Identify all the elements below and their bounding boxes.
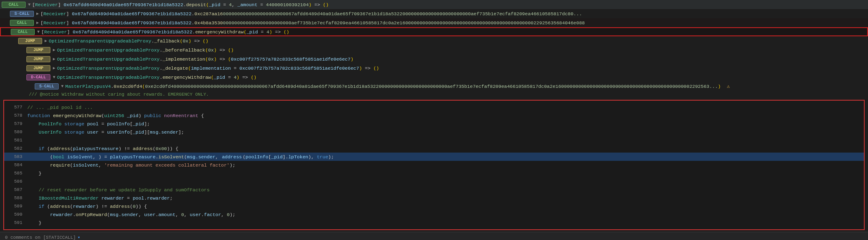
line-number: 578 xyxy=(7,113,22,118)
line-number: 587 xyxy=(7,187,22,192)
trace-row[interactable]: CALL ▼ [Receiver] 0x67afdd6489d40a01dae6… xyxy=(0,0,868,9)
trace-content: [Receiver] 0x67afdd6489d40a01dae65f70936… xyxy=(40,20,868,26)
code-text: PoolInfo storage pool = poolInfo[_pid]; xyxy=(27,121,150,127)
code-line: 591 } xyxy=(4,219,864,227)
trace-row[interactable]: S·CALL ▼ MasterPlatypusV4.0xe2cd0fd4(0xe… xyxy=(0,82,868,91)
trace-content: OptimizedTransparentUpgradeableProxy._de… xyxy=(57,66,868,71)
line-number: 580 xyxy=(7,129,22,134)
code-line: 579 PoolInfo storage pool = poolInfo[_pi… xyxy=(4,120,864,128)
comment-bar[interactable]: 0 comments on [STATICCALL] ▾ xyxy=(0,232,868,240)
badge-call: CALL xyxy=(11,29,35,35)
code-line: 588 IBoostedMultiRewarder rewarder = poo… xyxy=(4,194,864,202)
trace-content: OptimizedTransparentUpgradeableProxy._im… xyxy=(57,56,868,62)
trace-content: MasterPlatypusV4.0xe2cd0fd4(0xe2cd0fd400… xyxy=(65,83,868,89)
code-text xyxy=(27,179,30,184)
line-number: 590 xyxy=(7,212,22,217)
trace-row[interactable]: S·CALL ▶ [Receiver] 0x67afdd6489d40a01da… xyxy=(0,9,868,18)
code-line: 587 // reset rewarder before we update l… xyxy=(4,186,864,194)
comment-chevron[interactable]: ▾ xyxy=(78,235,81,240)
expand-icon[interactable]: ▶ xyxy=(53,56,55,61)
expand-icon[interactable]: ▶ xyxy=(53,66,55,71)
line-number: 591 xyxy=(7,220,22,225)
code-text: UserInfo storage user = userInfo[_pid][m… xyxy=(27,129,184,135)
trace-row[interactable]: D-CALL ▼ OptimizedTransparentUpgradeable… xyxy=(0,73,868,82)
code-text: } xyxy=(27,171,42,176)
expand-icon[interactable]: ▼ xyxy=(28,2,31,7)
trace-row-emergency[interactable]: CALL ▼ [Receiver] 0x67afdd6489d40a01dae6… xyxy=(0,27,868,36)
badge-jump: JUMP xyxy=(26,47,50,53)
trace-content: [Receiver] 0x67afdd6489d40a01dae65f70936… xyxy=(32,2,868,7)
code-line: 577 // ... _pid pool id ... xyxy=(4,103,864,111)
code-line: 589 if (address(rewarder) != address(0))… xyxy=(4,202,864,210)
code-line: 584 require(isSolvent, 'remaining amount… xyxy=(4,161,864,169)
line-number: 579 xyxy=(7,121,22,126)
code-line-highlighted: 583 (bool isSolvent, ) = platypusTreasur… xyxy=(4,153,864,161)
badge-jump: JUMP xyxy=(26,65,50,71)
trace-content: OptimizedTransparentUpgradeableProxy._fa… xyxy=(49,38,868,44)
badge-jump: JUMP xyxy=(26,56,50,62)
expand-icon[interactable]: ▶ xyxy=(53,47,55,52)
line-number: 582 xyxy=(7,146,22,151)
code-line: 590 rewarder.onPtpReward(msg.sender, use… xyxy=(4,210,864,219)
code-text: // ... _pid pool id ... xyxy=(27,105,93,110)
code-line: 581 xyxy=(4,136,864,144)
badge-call: CALL xyxy=(2,2,26,8)
badge-dcall: D-CALL xyxy=(26,74,50,80)
badge-jump: JUMP xyxy=(18,38,42,44)
line-number: 585 xyxy=(7,171,22,176)
code-line: 585 } xyxy=(4,169,864,177)
expand-icon[interactable]: ▼ xyxy=(53,75,55,80)
badge-scall: S·CALL xyxy=(10,11,34,17)
main-container: CALL ▼ [Receiver] 0x67afdd6489d40a01dae6… xyxy=(0,0,868,240)
code-line: 582 if (address(platypusTreasure) != add… xyxy=(4,144,864,153)
code-text: require(isSolvent, 'remaining amount exc… xyxy=(27,162,235,168)
expand-icon[interactable]: ▶ xyxy=(36,11,39,16)
comment-count: 0 comments on [STATICCALL] xyxy=(5,235,76,240)
code-area: 577 // ... _pid pool id ... 578 function… xyxy=(3,100,865,230)
line-number: 588 xyxy=(7,195,22,200)
code-line: 578 function emergencyWithdraw(uint256 _… xyxy=(4,111,864,120)
line-number: 589 xyxy=(7,204,22,209)
code-line: 586 xyxy=(4,177,864,186)
code-line: 580 UserInfo storage user = userInfo[_pi… xyxy=(4,128,864,136)
trace-row[interactable]: JUMP ▶ OptimizedTransparentUpgradeablePr… xyxy=(0,36,868,45)
trace-row[interactable]: JUMP ▶ OptimizedTransparentUpgradeablePr… xyxy=(0,64,868,73)
badge-scall: S·CALL xyxy=(35,83,59,89)
expand-icon[interactable]: ▶ xyxy=(45,38,47,43)
code-text: IBoostedMultiRewarder rewarder = pool.re… xyxy=(27,195,173,201)
expand-icon[interactable]: ▼ xyxy=(61,84,64,89)
code-text: (bool isSolvent, ) = platypusTreasure.is… xyxy=(27,154,334,160)
trace-row[interactable]: JUMP ▶ OptimizedTransparentUpgradeablePr… xyxy=(0,54,868,64)
badge-call: CALL xyxy=(10,20,34,26)
code-text: function emergencyWithdraw(uint256 _pid)… xyxy=(27,113,204,118)
line-number: 581 xyxy=(7,138,22,143)
line-number: 584 xyxy=(7,162,22,167)
line-number: 583 xyxy=(7,154,22,159)
trace-content: OptimizedTransparentUpgradeableProxy.eme… xyxy=(57,75,868,80)
trace-content: [Receiver] 0x67afdd6489d40a01dae65f70936… xyxy=(40,11,868,16)
trace-content-emergency: [Receiver] 0x67afdd6489d40a01dae65f70936… xyxy=(41,29,867,35)
expand-icon[interactable]: ▶ xyxy=(36,20,39,25)
trace-row[interactable]: JUMP ▶ OptimizedTransparentUpgradeablePr… xyxy=(0,45,868,54)
code-text: rewarder.onPtpReward(msg.sender, user.am… xyxy=(27,212,235,217)
code-text xyxy=(27,138,30,143)
trace-row-highlighted[interactable]: CALL ▶ [Receiver] 0x67afdd6489d40a01dae6… xyxy=(0,18,868,27)
code-text: if (address(rewarder) != address(0)) { xyxy=(27,204,147,209)
notice-comment: /// @notice Withdraw without caring abou… xyxy=(0,91,868,98)
line-number: 586 xyxy=(7,179,22,184)
line-number: 577 xyxy=(7,105,22,110)
code-text: } xyxy=(27,220,42,226)
trace-area: CALL ▼ [Receiver] 0x67afdd6489d40a01dae6… xyxy=(0,0,868,91)
trace-content: OptimizedTransparentUpgradeableProxy._be… xyxy=(57,47,868,53)
code-text: // reset rewarder before we update lpSup… xyxy=(27,187,210,193)
code-text: if (address(platypusTreasure) != address… xyxy=(27,146,178,151)
expand-icon[interactable]: ▼ xyxy=(37,30,40,34)
